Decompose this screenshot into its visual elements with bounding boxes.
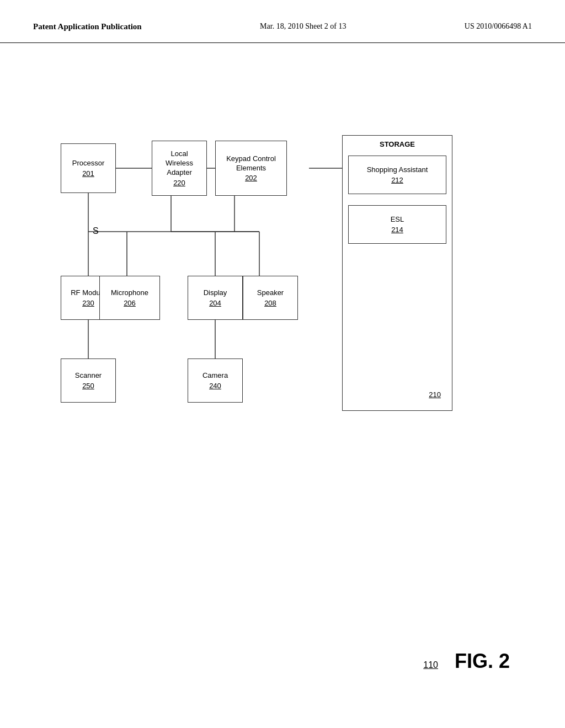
display-box: Display 204 (188, 276, 243, 320)
local-wireless-number: 220 (173, 179, 185, 187)
figure-label-area: 110 FIG. 2 (423, 650, 510, 673)
esl-box: ESL 214 (348, 205, 446, 244)
header-left: Patent Application Publication (33, 22, 142, 31)
display-label: Display (204, 288, 227, 298)
scanner-box: Scanner 250 (61, 358, 116, 403)
storage-outer-box: STORAGE Shopping Assistant 212 ESL 214 2… (342, 135, 452, 411)
local-wireless-box: LocalWirelessAdapter 220 (152, 141, 207, 196)
storage-number-area: 210 (429, 389, 441, 399)
speaker-box: Speaker 208 (243, 276, 298, 320)
processor-number: 201 (82, 169, 94, 178)
esl-label: ESL (391, 215, 404, 224)
microphone-label: Microphone (111, 288, 148, 298)
processor-box: Processor 201 (61, 143, 116, 193)
storage-number: 210 (429, 390, 441, 399)
camera-box: Camera 240 (188, 358, 243, 403)
rf-module-number: 230 (82, 299, 94, 307)
header-center: Mar. 18, 2010 Sheet 2 of 13 (260, 22, 346, 31)
speaker-label: Speaker (257, 288, 284, 298)
diagram-area: S Processor 201 LocalWirelessAdapter 220… (44, 121, 519, 452)
keypad-label: Keypad ControlElements (226, 154, 276, 173)
fig-text: FIG. 2 (455, 650, 510, 673)
storage-label: STORAGE (343, 136, 452, 153)
esl-number: 214 (391, 226, 403, 234)
page-header: Patent Application Publication Mar. 18, … (0, 0, 565, 43)
scanner-label: Scanner (75, 371, 102, 381)
fig-ref: 110 (423, 660, 438, 670)
shopping-assistant-label: Shopping Assistant (367, 165, 428, 175)
processor-label: Processor (72, 159, 105, 168)
keypad-box: Keypad ControlElements 202 (215, 141, 287, 196)
speaker-number: 208 (264, 299, 276, 307)
scanner-number: 250 (82, 382, 94, 390)
keypad-number: 202 (245, 174, 257, 182)
microphone-box: Microphone 206 (99, 276, 160, 320)
camera-number: 240 (209, 382, 221, 390)
local-wireless-label: LocalWirelessAdapter (166, 149, 193, 178)
shopping-assistant-box: Shopping Assistant 212 (348, 156, 446, 194)
microphone-number: 206 (124, 299, 136, 307)
header-right: US 2010/0066498 A1 (465, 22, 532, 31)
display-number: 204 (209, 299, 221, 307)
shopping-assistant-number: 212 (391, 176, 403, 184)
s-label: S (93, 226, 99, 236)
camera-label: Camera (202, 371, 228, 381)
